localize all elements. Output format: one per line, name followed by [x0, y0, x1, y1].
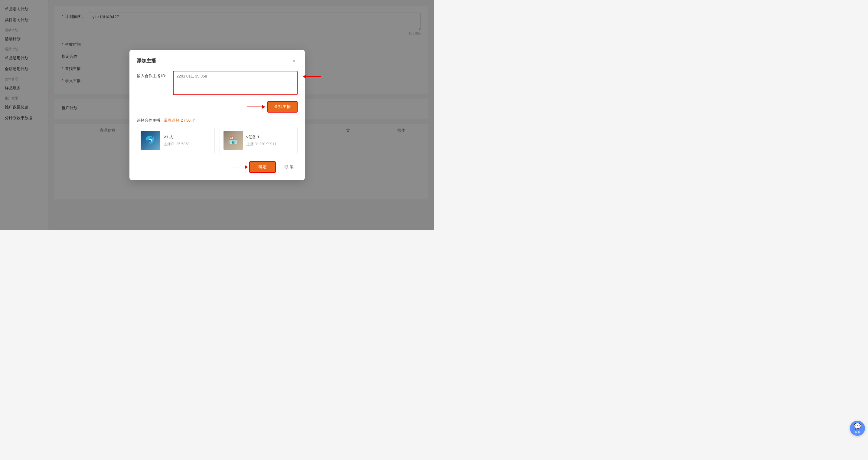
host-info-2: v任务 1 主播ID: 220 99911	[247, 134, 294, 147]
modal-overlay: 添加主播 × 输入合作主播 ID: 2201 011, 35 358	[0, 0, 434, 230]
search-btn-row: 查找主播	[137, 101, 298, 113]
search-arrow	[247, 107, 265, 107]
modal-footer: 确定 取 消	[137, 161, 298, 173]
host-card-1[interactable]: 🐬 V1 人 主播ID: 35 5858	[137, 127, 215, 154]
id-input-row: 输入合作主播 ID: 2201 011, 35 358	[137, 71, 298, 95]
selection-label: 选择合作主播	[137, 118, 160, 122]
host-avatar-1: 🐬	[141, 131, 160, 150]
confirm-arrow	[231, 167, 248, 167]
selection-area: 选择合作主播 最多选择 2 / 50 个 🐬 V1 人 主播ID: 35 585…	[137, 117, 298, 154]
selection-header: 选择合作主播 最多选择 2 / 50 个	[137, 117, 298, 123]
host-avatar-2: 🏪	[223, 131, 243, 150]
modal-title: 添加主播	[137, 58, 156, 64]
cancel-button[interactable]: 取 消	[281, 162, 298, 172]
id-input-value[interactable]: 2201 011, 35 358	[177, 74, 294, 78]
host-name-2: v任务 1	[247, 134, 294, 140]
host-card-2[interactable]: 🏪 v任务 1 主播ID: 220 99911	[220, 127, 298, 154]
search-btn-wrapper: 查找主播	[267, 101, 298, 113]
selection-count: 最多选择 2 / 50 个	[164, 118, 196, 122]
page-wrapper: 单品定向计划 类目定向计划 活动计划 活动计划 通用计划 单品通用计划 全店通用…	[0, 0, 434, 230]
input-arrow-annotation	[303, 76, 321, 77]
add-host-modal: 添加主播 × 输入合作主播 ID: 2201 011, 35 358	[129, 50, 305, 180]
id-input-area: 2201 011, 35 358	[173, 71, 298, 95]
host-info-1: V1 人 主播ID: 35 5858	[164, 134, 211, 147]
close-button[interactable]: ×	[291, 57, 298, 65]
host-name-1: V1 人	[164, 134, 211, 140]
host-id-1: 主播ID: 35 5858	[164, 142, 211, 147]
host-id-2: 主播ID: 220 99911	[247, 142, 294, 147]
modal-header: 添加主播 ×	[137, 57, 298, 65]
confirm-button[interactable]: 确定	[249, 161, 276, 173]
id-input-label: 输入合作主播 ID:	[137, 71, 173, 79]
search-host-button[interactable]: 查找主播	[267, 101, 298, 113]
host-cards-container: 🐬 V1 人 主播ID: 35 5858 🏪 v任务 1 主播I	[137, 127, 298, 154]
